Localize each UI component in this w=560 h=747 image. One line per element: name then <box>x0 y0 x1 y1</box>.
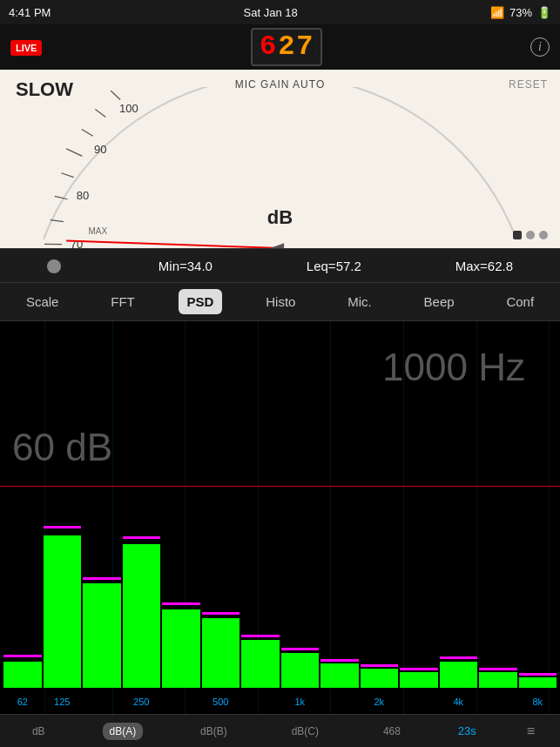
svg-text:MAX: MAX <box>88 226 107 236</box>
bar-label-1: 125 <box>54 697 70 707</box>
bar-4 <box>162 609 200 688</box>
svg-line-19 <box>66 149 82 156</box>
status-time: 4:41 PM <box>9 6 51 19</box>
bar-9 <box>361 669 399 688</box>
live-badge: LIVE <box>10 40 42 56</box>
bar-6 <box>241 640 280 688</box>
bar-7 <box>281 653 320 688</box>
bottom-btn-dba[interactable]: dB(A) <box>103 723 144 740</box>
page-dots <box>513 231 548 239</box>
bar-12 <box>479 672 517 688</box>
status-bar: 4:41 PM Sat Jan 18 📶 73% 🔋 <box>0 0 560 24</box>
header-row: LIVE 6 2 7 i <box>0 24 560 70</box>
svg-line-18 <box>61 173 73 178</box>
bar-peak-10 <box>400 668 438 670</box>
stat-leq: Leq=57.2 <box>307 259 361 273</box>
bar-group-11: 4k <box>440 656 478 688</box>
counter-digit-1: 6 <box>260 33 276 61</box>
stat-min: Min=34.0 <box>159 259 213 273</box>
bar-1 <box>44 535 82 688</box>
bar-peak-13 <box>519 673 557 676</box>
tab-mic[interactable]: Mic. <box>339 289 381 314</box>
counter-digit-3: 7 <box>296 33 313 61</box>
bar-peak-7 <box>281 648 320 650</box>
bar-group-8 <box>320 659 359 688</box>
counter-display: 6 2 7 <box>251 28 322 66</box>
page-dot-2 <box>526 231 535 239</box>
bar-peak-3 <box>123 536 161 539</box>
bar-label-0: 62 <box>17 697 28 707</box>
bar-peak-4 <box>162 602 200 605</box>
bottom-bar: dB dB(A) dB(B) dB(C) 468 23s ≡ <box>0 714 560 747</box>
tab-beep[interactable]: Beep <box>415 289 463 314</box>
vu-meter-panel: SLOW MIC GAIN AUTO RESET .tick { stroke:… <box>0 70 560 248</box>
tab-scale[interactable]: Scale <box>17 289 68 314</box>
bar-label-5: 500 <box>213 697 228 707</box>
tab-psd[interactable]: PSD <box>179 289 223 314</box>
stats-bar: Min=34.0 Leq=57.2 Max=62.8 <box>0 248 560 283</box>
bar-group-3: 250 <box>123 536 161 688</box>
bar-group-10 <box>400 668 438 688</box>
tabs-bar: Scale FFT PSD Histo Mic. Beep Conf <box>0 283 560 321</box>
battery-percent: 73% <box>509 6 532 19</box>
svg-line-21 <box>95 110 105 118</box>
bottom-btn-468[interactable]: 468 <box>376 723 408 740</box>
bar-group-4 <box>162 602 200 688</box>
live-badge-container: LIVE <box>10 39 42 55</box>
bar-3 <box>123 544 161 688</box>
svg-line-22 <box>111 91 120 99</box>
bar-group-9: 2k <box>361 664 399 688</box>
svg-line-16 <box>51 220 64 222</box>
bar-13 <box>519 677 557 688</box>
bar-peak-1 <box>44 526 82 528</box>
svg-text:80: 80 <box>77 189 89 202</box>
tab-fft[interactable]: FFT <box>102 289 144 314</box>
bar-group-12 <box>479 668 517 688</box>
bar-10 <box>400 672 438 688</box>
db-center-label: dB <box>267 206 293 229</box>
counter-digit-2: 2 <box>278 33 294 61</box>
svg-text:100: 100 <box>119 102 138 115</box>
bottom-btn-dbc[interactable]: dB(C) <box>285 723 326 740</box>
stat-max: Max=62.8 <box>455 259 513 273</box>
bar-group-2 <box>83 577 121 688</box>
status-date: Sat Jan 18 <box>244 6 298 19</box>
bar-peak-2 <box>83 577 121 580</box>
svg-text:70: 70 <box>71 238 83 248</box>
bottom-menu-icon[interactable]: ≡ <box>527 723 535 739</box>
svg-line-17 <box>55 196 68 199</box>
bottom-btn-dbb[interactable]: dB(B) <box>193 723 234 740</box>
bar-0 <box>3 662 42 688</box>
page-dot-3 <box>539 231 548 239</box>
chart-freq-label: 1000 Hz <box>382 346 525 389</box>
bar-label-9: 2k <box>374 697 384 707</box>
wifi-icon: 📶 <box>490 6 504 19</box>
bar-peak-5 <box>202 612 240 615</box>
svg-marker-44 <box>271 243 284 248</box>
bottom-btn-db[interactable]: dB <box>25 723 52 740</box>
bar-peak-12 <box>479 668 517 670</box>
info-icon[interactable]: i <box>530 37 550 57</box>
bars-container: 621252505001k2k4k8k <box>0 461 560 688</box>
bar-group-6 <box>241 635 280 688</box>
bar-group-13: 8k <box>519 673 557 688</box>
bar-peak-9 <box>361 664 399 667</box>
bar-label-11: 4k <box>453 697 463 707</box>
bar-peak-11 <box>440 656 478 659</box>
stats-icon <box>47 258 64 273</box>
bar-2 <box>83 583 121 688</box>
chart-area: 1000 Hz 60 dB 621252505001k2k4k8k <box>0 321 560 714</box>
bar-peak-6 <box>241 635 280 637</box>
bar-group-1: 125 <box>44 526 82 688</box>
bar-group-5: 500 <box>202 612 240 688</box>
svg-line-20 <box>82 130 93 137</box>
bar-label-7: 1k <box>294 697 305 707</box>
bar-peak-8 <box>320 659 359 662</box>
bar-peak-0 <box>3 655 42 657</box>
page-dot-1 <box>513 231 522 239</box>
bar-label-3: 250 <box>133 697 149 707</box>
battery-icon: 🔋 <box>537 6 551 19</box>
tab-histo[interactable]: Histo <box>257 289 304 314</box>
stats-bubble-icon <box>47 259 61 273</box>
tab-conf[interactable]: Conf <box>497 289 543 314</box>
